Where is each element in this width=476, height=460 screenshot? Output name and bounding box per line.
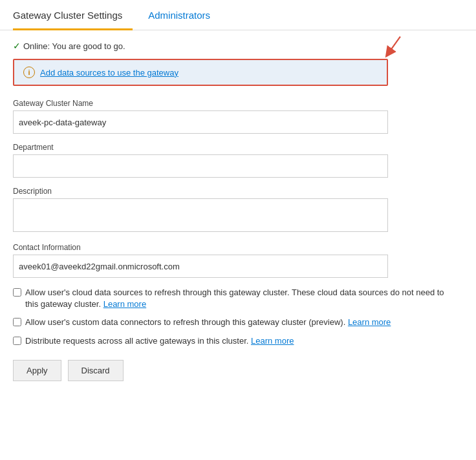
svg-line-1 <box>389 37 400 53</box>
gateway-cluster-name-label: Gateway Cluster Name <box>13 99 463 108</box>
gateway-cluster-name-group: Gateway Cluster Name <box>13 99 463 134</box>
status-text: Online: You are good to go. <box>23 41 125 51</box>
description-textarea[interactable] <box>13 198 388 232</box>
apply-button[interactable]: Apply <box>13 360 61 381</box>
contact-information-label: Contact Information <box>13 243 463 252</box>
description-group: Description <box>13 187 463 234</box>
gateway-cluster-name-input[interactable] <box>13 110 388 134</box>
checkbox-custom-connectors-input[interactable] <box>13 318 21 326</box>
learn-more-distribute-link[interactable]: Learn more <box>251 336 294 346</box>
description-label: Description <box>13 187 463 196</box>
department-group: Department <box>13 143 463 178</box>
main-content: ✓ Online: You are good to go. i Add data… <box>0 41 476 394</box>
tabs-bar: Gateway Cluster Settings Administrators <box>0 0 476 30</box>
contact-information-input[interactable] <box>13 255 388 278</box>
contact-information-group: Contact Information <box>13 243 463 278</box>
tab-gateway-cluster-settings[interactable]: Gateway Cluster Settings <box>13 1 133 30</box>
check-icon: ✓ <box>13 41 21 51</box>
action-buttons: Apply Discard <box>13 360 463 381</box>
tab-administrators[interactable]: Administrators <box>148 1 221 30</box>
checkbox-cloud-sources: Allow user's cloud data sources to refre… <box>13 287 453 310</box>
checkbox-cloud-sources-label: Allow user's cloud data sources to refre… <box>25 287 453 310</box>
red-arrow-icon <box>380 34 406 60</box>
checkbox-distribute-requests: Distribute requests across all active ga… <box>13 335 453 347</box>
checkbox-distribute-requests-input[interactable] <box>13 337 21 345</box>
department-label: Department <box>13 143 463 152</box>
learn-more-cloud-sources-link[interactable]: Learn more <box>103 299 146 309</box>
red-arrow-container <box>380 34 406 62</box>
checkbox-distribute-requests-label: Distribute requests across all active ga… <box>25 335 294 347</box>
add-sources-link[interactable]: Add data sources to use the gateway <box>40 68 178 78</box>
department-input[interactable] <box>13 154 388 178</box>
learn-more-custom-connectors-link[interactable]: Learn more <box>348 317 391 327</box>
discard-button[interactable]: Discard <box>68 360 124 381</box>
checkbox-cloud-sources-input[interactable] <box>13 288 21 297</box>
checkbox-custom-connectors-label: Allow user's custom data connectors to r… <box>25 317 391 328</box>
checkbox-custom-connectors: Allow user's custom data connectors to r… <box>13 317 453 328</box>
add-sources-banner: i Add data sources to use the gateway <box>13 59 388 86</box>
info-icon: i <box>23 67 35 78</box>
